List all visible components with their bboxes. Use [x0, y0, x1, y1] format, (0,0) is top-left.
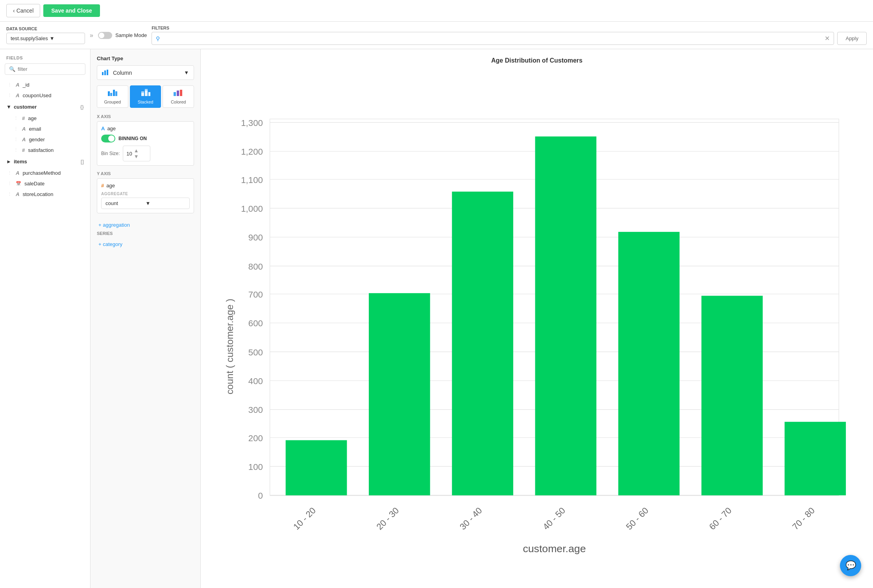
bin-size-arrows[interactable]: ▲ ▼ [134, 148, 139, 159]
svg-rect-11 [148, 92, 150, 96]
svg-text:1,100: 1,100 [241, 175, 263, 185]
group-name: customer [14, 104, 37, 110]
chat-icon: 💬 [845, 560, 856, 571]
add-category-button[interactable]: + category [97, 238, 194, 250]
binning-toggle[interactable] [101, 135, 115, 142]
field-item-satisfaction[interactable]: ⋮ # satisfaction [0, 145, 90, 155]
chart-type-dropdown[interactable]: Column ▼ [97, 65, 194, 80]
column-chart-icon [102, 69, 110, 76]
colored-label: Colored [171, 100, 186, 104]
arrow-right-icon: » [90, 32, 93, 39]
search-icon: 🔍 [9, 66, 15, 72]
drag-icon: ⋮ [7, 170, 12, 176]
bar-10-20 [286, 440, 347, 495]
group-badge: {} [80, 104, 84, 110]
bar-20-30 [369, 293, 430, 496]
field-item-age[interactable]: ⋮ # age [0, 113, 90, 124]
chart-type-label: Chart Type [97, 55, 194, 61]
drag-icon: ⋮ [14, 126, 18, 131]
field-group-customer[interactable]: ▼ customer {} [0, 101, 90, 113]
y-axis-title: count ( customer.age ) [224, 299, 235, 394]
save-close-button[interactable]: Save and Close [43, 4, 100, 17]
bar-chart: count ( customer.age ) 0 100 200 300 400 [209, 72, 865, 586]
filters-label: Filters [152, 26, 867, 30]
svg-text:500: 500 [248, 348, 263, 357]
svg-rect-12 [174, 92, 176, 96]
aggregate-label: AGGREGATE [101, 192, 190, 196]
svg-text:20 - 30: 20 - 30 [375, 505, 401, 532]
series-label: Series [97, 231, 194, 236]
chevron-down-icon: ▼ [146, 200, 186, 206]
svg-text:600: 600 [248, 318, 263, 328]
svg-rect-3 [108, 91, 110, 96]
sample-mode-toggle[interactable] [98, 32, 112, 39]
field-item-saledate[interactable]: ⋮ 📅 saleDate [0, 178, 90, 189]
svg-text:30 - 40: 30 - 40 [458, 505, 484, 532]
field-type-icon: A [22, 137, 26, 142]
svg-rect-6 [115, 91, 117, 96]
field-group-items[interactable]: ► items [] [0, 155, 90, 168]
drag-icon: ⋮ [14, 148, 18, 153]
filter-icon: ⚲ [156, 35, 160, 42]
y-axis-field-icon: # [101, 183, 104, 189]
field-name: couponUsed [22, 92, 51, 98]
group-badge: [] [81, 159, 84, 165]
bar-50-60 [618, 232, 680, 495]
svg-text:10 - 20: 10 - 20 [291, 505, 318, 532]
field-name: gender [29, 137, 44, 142]
field-item-email[interactable]: ⋮ A email [0, 124, 90, 134]
svg-text:40 - 50: 40 - 50 [541, 505, 567, 532]
svg-rect-13 [177, 91, 179, 96]
add-aggregation-button[interactable]: + aggregation [97, 219, 194, 231]
sample-mode-label: Sample Mode [115, 32, 147, 38]
apply-button[interactable]: Apply [837, 32, 867, 45]
chevron-down-icon: ▼ [50, 35, 81, 41]
bin-size-row: Bin Size: 10 ▲ ▼ [101, 146, 190, 161]
field-type-icon: A [16, 92, 19, 98]
datasource-select[interactable]: test.supplySales ▼ [6, 33, 85, 44]
field-name: satisfaction [28, 147, 54, 153]
y-axis-label: Y Axis [97, 171, 194, 176]
x-axis-label: X Axis [97, 114, 194, 119]
y-axis-card: # age AGGREGATE count ▼ [97, 178, 194, 213]
stacked-option[interactable]: Stacked [130, 85, 161, 108]
cancel-button[interactable]: ‹ Cancel [6, 4, 40, 17]
colored-option[interactable]: Colored [163, 85, 194, 108]
x-axis-title: customer.age [523, 543, 586, 555]
main-layout: FIELDS 🔍 ⋮ A _id ⋮ A couponUsed ▼ custom… [0, 49, 873, 588]
drag-icon: ⋮ [7, 181, 12, 186]
stacked-icon [141, 89, 150, 98]
field-item-gender[interactable]: ⋮ A gender [0, 134, 90, 145]
chart-type-options: Grouped Stacked [97, 85, 194, 108]
bar-60-70 [701, 296, 763, 495]
stacked-label: Stacked [138, 100, 154, 104]
chat-bubble[interactable]: 💬 [840, 555, 861, 576]
field-search-input[interactable] [18, 66, 84, 72]
bin-size-value: 10 [126, 151, 132, 157]
field-name: _id [22, 82, 29, 88]
aggregate-select[interactable]: count ▼ [101, 198, 190, 209]
clear-filter-button[interactable]: ✕ [825, 35, 830, 42]
sidebar: FIELDS 🔍 ⋮ A _id ⋮ A couponUsed ▼ custom… [0, 49, 91, 588]
svg-text:400: 400 [248, 376, 263, 386]
drag-icon: ⋮ [7, 93, 12, 98]
field-item-couponused[interactable]: ⋮ A couponUsed [0, 90, 90, 101]
field-item-id[interactable]: ⋮ A _id [0, 80, 90, 90]
field-item-purchasemethod[interactable]: ⋮ A purchaseMethod [0, 168, 90, 178]
svg-rect-10 [145, 89, 148, 91]
svg-text:200: 200 [248, 433, 263, 443]
bin-size-input[interactable]: 10 ▲ ▼ [123, 146, 150, 161]
svg-rect-9 [145, 91, 148, 96]
svg-text:1,000: 1,000 [241, 204, 263, 214]
chart-panel: Chart Type Column ▼ [91, 49, 201, 588]
field-item-storelocation[interactable]: ⋮ A storeLocation [0, 189, 90, 200]
filter-input[interactable] [163, 35, 821, 41]
field-name: saleDate [24, 181, 44, 187]
chevron-left-icon: ‹ [13, 7, 15, 14]
aggregate-value: count [105, 200, 146, 206]
grouped-option[interactable]: Grouped [97, 85, 128, 108]
field-type-icon: A [16, 191, 19, 197]
field-type-icon: A [22, 126, 26, 132]
search-wrap: 🔍 [0, 63, 90, 80]
svg-rect-7 [141, 93, 144, 96]
